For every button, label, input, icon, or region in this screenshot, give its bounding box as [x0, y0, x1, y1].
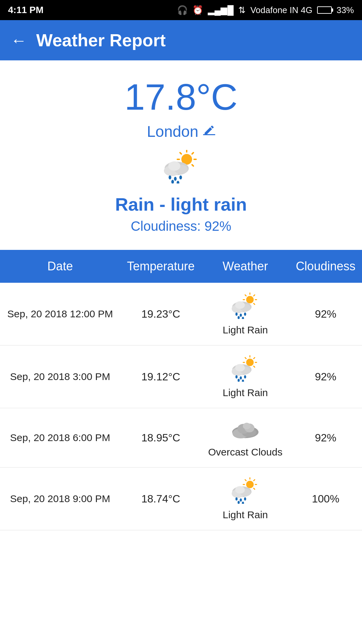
- svg-point-77: [238, 501, 240, 504]
- svg-point-14: [169, 175, 171, 179]
- svg-line-66: [245, 480, 246, 481]
- weather-icon-0: [230, 292, 260, 322]
- cell-temp-2: 18.95°C: [120, 408, 201, 468]
- svg-point-34: [244, 313, 246, 316]
- svg-line-68: [254, 480, 255, 481]
- carrier-text: Vodafone IN 4G: [250, 5, 312, 15]
- weather-table: Date Temperature Weather Cloudiness Sep,…: [0, 250, 362, 530]
- table-row: Sep, 20 2018 3:00 PM19.12°C: [0, 345, 362, 408]
- svg-line-43: [254, 366, 255, 367]
- app-bar: ← Weather Report: [0, 20, 362, 60]
- svg-point-37: [246, 359, 253, 366]
- svg-point-73: [235, 486, 245, 493]
- cell-weather-3: Light Rain: [201, 468, 289, 530]
- cell-cloudiness-1: 92%: [289, 345, 362, 408]
- svg-point-50: [235, 375, 237, 379]
- svg-line-44: [254, 358, 255, 359]
- signal-icon: ▂▄▆█: [208, 5, 234, 15]
- cell-date-0: Sep, 20 2018 12:00 PM: [0, 283, 120, 345]
- col-header-weather: Weather: [201, 250, 289, 283]
- svg-point-76: [244, 497, 246, 501]
- svg-line-8: [192, 153, 193, 154]
- weather-cell-1: Light Rain: [207, 355, 284, 398]
- alarm-icon: ⏰: [192, 5, 203, 15]
- col-header-date: Date: [0, 250, 120, 283]
- edit-location-icon[interactable]: [203, 124, 215, 139]
- svg-point-78: [242, 502, 244, 504]
- col-header-temperature: Temperature: [120, 250, 201, 283]
- weather-label-3: Light Rain: [223, 509, 268, 521]
- svg-point-13: [168, 161, 180, 171]
- svg-line-24: [245, 295, 246, 296]
- weather-icon-3: [230, 477, 260, 507]
- svg-point-74: [235, 497, 237, 501]
- weather-cell-3: Light Rain: [207, 477, 284, 521]
- svg-point-35: [238, 316, 240, 319]
- svg-line-67: [254, 488, 255, 489]
- current-weather-icon: [163, 150, 199, 189]
- cell-weather-2: Overcast Clouds: [201, 408, 289, 468]
- svg-point-61: [246, 481, 253, 488]
- cell-temp-1: 19.12°C: [120, 345, 201, 408]
- svg-point-32: [235, 313, 237, 316]
- table-row: Sep, 20 2018 6:00 PM18.95°C Overcast Clo…: [0, 408, 362, 468]
- weather-label-2: Overcast Clouds: [208, 446, 283, 458]
- weather-description: Rain - light rain: [115, 194, 247, 215]
- svg-point-36: [242, 317, 244, 319]
- svg-point-19: [246, 296, 253, 303]
- table-row: Sep, 20 2018 12:00 PM19.23°C: [0, 283, 362, 345]
- svg-point-54: [242, 380, 244, 382]
- svg-line-7: [192, 165, 193, 166]
- status-time: 4:11 PM: [8, 5, 44, 15]
- col-header-cloudiness: Cloudiness: [289, 250, 362, 283]
- svg-point-16: [179, 175, 182, 179]
- svg-line-6: [180, 153, 181, 154]
- status-right: 🎧 ⏰ ▂▄▆█ ⇅ Vodafone IN 4G 33%: [177, 5, 354, 15]
- svg-point-18: [177, 181, 179, 183]
- weather-cell-2: Overcast Clouds: [207, 418, 284, 458]
- svg-point-60: [243, 423, 250, 429]
- battery-percent: 33%: [337, 5, 354, 15]
- svg-line-42: [245, 358, 246, 359]
- svg-point-31: [235, 301, 245, 309]
- weather-label-0: Light Rain: [223, 324, 268, 336]
- svg-point-53: [238, 379, 240, 382]
- svg-point-15: [174, 177, 177, 181]
- table-header-row: Date Temperature Weather Cloudiness: [0, 250, 362, 283]
- svg-point-52: [244, 375, 246, 379]
- city-name[interactable]: London: [147, 122, 198, 141]
- cell-date-3: Sep, 20 2018 9:00 PM: [0, 468, 120, 530]
- svg-point-33: [240, 314, 242, 317]
- cell-date-2: Sep, 20 2018 6:00 PM: [0, 408, 120, 468]
- current-weather-section: 17.8°C London: [0, 60, 362, 250]
- svg-point-17: [171, 180, 174, 183]
- table-row: Sep, 20 2018 9:00 PM18.74°C: [0, 468, 362, 530]
- svg-point-51: [240, 376, 242, 380]
- svg-line-26: [254, 295, 255, 296]
- cell-cloudiness-0: 92%: [289, 283, 362, 345]
- battery-icon: [317, 6, 332, 14]
- cell-date-1: Sep, 20 2018 3:00 PM: [0, 345, 120, 408]
- back-button[interactable]: ←: [11, 31, 27, 50]
- weather-label-1: Light Rain: [223, 387, 268, 398]
- cell-cloudiness-3: 100%: [289, 468, 362, 530]
- status-bar: 4:11 PM 🎧 ⏰ ▂▄▆█ ⇅ Vodafone IN 4G 33%: [0, 0, 362, 20]
- app-bar-title: Weather Report: [36, 30, 166, 50]
- cell-weather-0: Light Rain: [201, 283, 289, 345]
- weather-icon-2: [230, 418, 260, 444]
- svg-point-49: [235, 364, 245, 371]
- cloudiness-label: Cloudiness: 92%: [131, 219, 231, 234]
- location-row: London: [147, 122, 215, 141]
- svg-line-25: [254, 304, 255, 305]
- current-temperature: 17.8°C: [124, 76, 238, 117]
- cell-temp-0: 19.23°C: [120, 283, 201, 345]
- cell-weather-1: Light Rain: [201, 345, 289, 408]
- weather-icon-1: [230, 355, 260, 385]
- svg-point-75: [240, 498, 242, 502]
- weather-cell-0: Light Rain: [207, 292, 284, 336]
- svg-rect-0: [203, 135, 215, 136]
- cell-temp-3: 18.74°C: [120, 468, 201, 530]
- data-arrows-icon: ⇅: [238, 5, 246, 15]
- headphone-icon: 🎧: [177, 5, 188, 15]
- cell-cloudiness-2: 92%: [289, 408, 362, 468]
